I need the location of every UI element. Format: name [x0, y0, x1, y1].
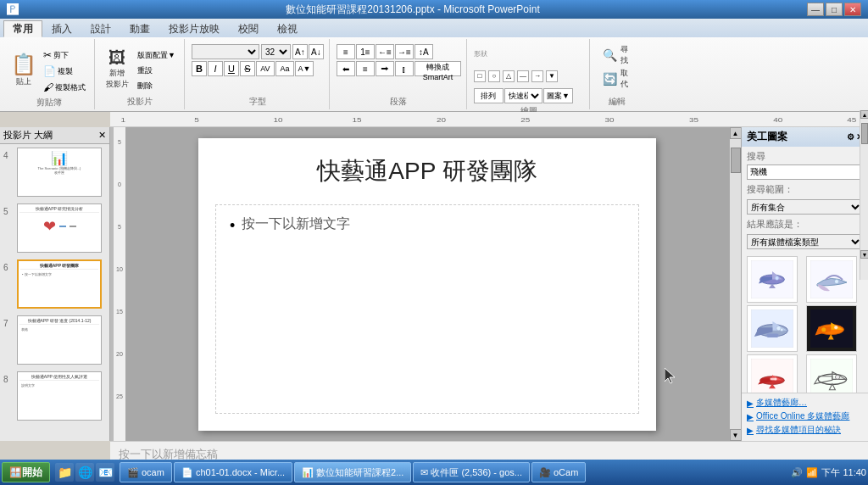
panel-close-icon[interactable]: ✕ — [98, 130, 106, 141]
tray-volume-icon: 📶 — [806, 467, 818, 478]
scroll-track[interactable] — [730, 139, 741, 429]
clip-link-gallery[interactable]: ▶ 多媒體藝廊… — [747, 397, 863, 409]
slide-content-area[interactable]: • 按一下以新增文字 — [215, 204, 639, 414]
clip-item-5[interactable] — [747, 354, 798, 393]
quick-styles-select[interactable]: 快速樣式 — [504, 88, 542, 103]
slide-thumb-4[interactable]: 4 📊 The Scenario (飛機起降與...) 收件匣 — [3, 148, 106, 197]
svg-text:20: 20 — [116, 351, 123, 357]
quick-launch-1[interactable]: 📁 — [55, 463, 74, 482]
replace-button[interactable]: 🔄取代 — [600, 68, 634, 90]
clip-scroll-thumb[interactable] — [861, 127, 868, 144]
scroll-thumb[interactable] — [731, 148, 741, 173]
slide-thumb-7[interactable]: 7 快藝通APP 研發 進度 (2014.1-12) 表格 — [3, 315, 106, 365]
font-family-select[interactable] — [192, 44, 259, 59]
slide-title[interactable]: 快藝通APP 研發團隊 — [215, 155, 639, 187]
shape-circle[interactable]: ○ — [488, 70, 500, 82]
titlebar-controls: — □ ✕ — [807, 3, 861, 16]
numbering-button[interactable]: 1≡ — [356, 44, 375, 59]
clip-panel-scrollbar[interactable]: ▲ ▼ — [860, 127, 868, 280]
taskbar-item-ocam[interactable]: 🎬 ocam — [120, 462, 172, 482]
shape-arrow[interactable]: → — [531, 70, 543, 82]
align-left-button[interactable]: ⬅ — [337, 61, 355, 76]
font-spacing-button[interactable]: AV — [256, 61, 275, 76]
font-size-select[interactable]: 32 — [261, 44, 291, 59]
italic-button[interactable]: I — [208, 61, 223, 76]
gallery-icon: ▶ — [747, 399, 754, 408]
find-button[interactable]: 🔍尋找 — [600, 44, 634, 66]
align-right-button[interactable]: ⮕ — [376, 61, 394, 76]
ribbon-group-clipboard: 📋 貼上 ✂剪下 📄複製 🖌複製格式 剪貼簿 — [3, 39, 95, 109]
results-type-select[interactable]: 所有媒體檔案類型 — [747, 234, 863, 249]
new-slide-button[interactable]: 🖼 新增投影片 — [102, 46, 132, 93]
underline-button[interactable]: U — [224, 61, 239, 76]
clip-link-online-gallery[interactable]: ▶ Office Online 多媒體藝廊 — [747, 410, 863, 422]
clip-panel-config-icon[interactable]: ⚙ — [847, 132, 854, 142]
clip-scroll-down[interactable]: ▼ — [860, 250, 868, 259]
decrease-font-button[interactable]: A↓ — [309, 44, 324, 59]
scroll-down-button[interactable]: ▼ — [730, 429, 742, 441]
canvas-vscrollbar[interactable]: ▲ ▼ — [729, 127, 741, 441]
shape-line[interactable]: — — [517, 70, 529, 82]
shape-more[interactable]: ▼ — [546, 70, 558, 82]
clip-item-3[interactable] — [747, 305, 798, 352]
taskbar-item-powerpoint[interactable]: 📊 數位知能研習課程2... — [294, 462, 411, 482]
taskbar-item-word[interactable]: 📄 ch01-01.docx - Micr... — [174, 462, 292, 482]
svg-text:15: 15 — [353, 116, 362, 124]
layout-button[interactable]: 版面配置▼ — [134, 48, 179, 63]
tab-home[interactable]: 常用 — [3, 20, 42, 37]
tab-design[interactable]: 設計 — [81, 20, 120, 37]
font-label: 字型 — [249, 94, 266, 108]
clip-link-tips[interactable]: ▶ 尋找多媒體項目的秘訣 — [747, 424, 863, 436]
tab-review[interactable]: 校閱 — [229, 20, 268, 37]
paste-button[interactable]: 📋 貼上 — [8, 46, 39, 93]
delete-button[interactable]: 刪除 — [134, 79, 179, 93]
arrange-button[interactable]: 排列 — [474, 88, 504, 103]
slide-thumb-5[interactable]: 5 快藝通APP 研究情況分析 ❤ — [3, 203, 106, 253]
increase-indent-button[interactable]: →≡ — [395, 44, 414, 59]
copy-button[interactable]: 📄複製 — [40, 64, 89, 79]
slide-thumb-6[interactable]: 6 快藝通APP 研發團隊 • 按一下以新增文字 — [3, 259, 106, 309]
cut-button[interactable]: ✂剪下 — [40, 47, 89, 63]
clip-item-6[interactable] — [806, 354, 857, 393]
strikethrough-button[interactable]: S — [240, 61, 255, 76]
shape-rect[interactable]: □ — [474, 70, 486, 82]
maximize-button[interactable]: □ — [826, 3, 843, 16]
text-direction-button[interactable]: ↕A — [415, 44, 433, 59]
slide-thumb-8[interactable]: 8 快藝通APP 使用性及人氣評選 說明文字 — [3, 371, 106, 421]
decrease-indent-button[interactable]: ←≡ — [376, 44, 394, 59]
shape-triangle[interactable]: △ — [503, 70, 515, 82]
taskbar: 🪟 開始 📁 🌐 📧 🎬 ocam 📄 ch01-01.docx - Micr.… — [0, 460, 868, 485]
tab-animation[interactable]: 動畫 — [120, 20, 159, 37]
format-painter-button[interactable]: 🖌複製格式 — [40, 80, 89, 95]
smartart-button[interactable]: 轉換成SmartArt — [415, 61, 461, 76]
slide-canvas[interactable]: 快藝通APP 研發團隊 • 按一下以新增文字 — [198, 138, 656, 431]
reset-button[interactable]: 重設 — [134, 64, 179, 78]
scroll-up-button[interactable]: ▲ — [730, 127, 742, 139]
online-gallery-icon: ▶ — [747, 412, 754, 421]
quick-launch-2[interactable]: 🌐 — [75, 463, 94, 482]
align-center-button[interactable]: ≡ — [356, 61, 375, 76]
increase-font-button[interactable]: A↑ — [292, 44, 308, 59]
bold-button[interactable]: B — [192, 61, 207, 76]
columns-button[interactable]: ⫿ — [395, 61, 414, 76]
clip-item-2[interactable] — [806, 256, 857, 303]
close-button[interactable]: ✕ — [844, 3, 861, 16]
clip-search-input[interactable] — [747, 164, 861, 180]
ribbon-group-font: 32 A↑ A↓ B I U S AV Aa A▼ 字型 — [186, 39, 330, 109]
change-case-button[interactable]: Aa — [275, 61, 294, 76]
ribbon-group-editing: 🔍尋找 🔄取代 編輯 — [592, 39, 643, 109]
minimize-button[interactable]: — — [807, 3, 824, 16]
tab-insert[interactable]: 插入 — [42, 20, 81, 37]
quick-launch-3[interactable]: 📧 — [96, 463, 114, 482]
taskbar-item-ocam2[interactable]: 🎥 oCam — [531, 462, 586, 482]
tab-slideshow[interactable]: 投影片放映 — [159, 20, 229, 37]
shape-fill-button[interactable]: 圖案▼ — [543, 88, 573, 103]
clip-item-1[interactable] — [747, 256, 798, 303]
start-button[interactable]: 🪟 開始 — [2, 462, 50, 482]
tab-view[interactable]: 檢視 — [268, 20, 307, 37]
bullets-button[interactable]: ≡ — [337, 44, 355, 59]
clip-item-4[interactable] — [806, 305, 857, 352]
taskbar-item-gmail[interactable]: ✉ 收件匣 (2,536) - gos... — [413, 462, 530, 482]
search-in-select[interactable]: 所有集合 — [747, 199, 863, 215]
font-color-button[interactable]: A▼ — [295, 61, 314, 76]
